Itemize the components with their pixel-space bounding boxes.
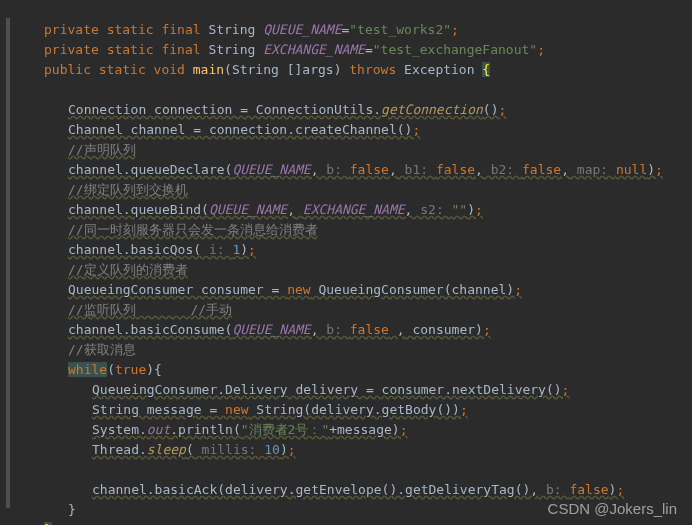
code-line: //定义队列的消费者 [20,260,692,280]
code-line: //获取消息 [20,340,692,360]
code-line: private static final String QUEUE_NAME="… [20,20,692,40]
code-line: System.out.println("消费者2号："+message); [20,420,692,440]
code-line: while(true){ [20,360,692,380]
code-line: //监听队列 //手动 [20,300,692,320]
code-line: channel.basicQos( i: 1); [20,240,692,260]
code-line: //同一时刻服务器只会发一条消息给消费者 [20,220,692,240]
code-line [20,460,692,480]
code-line [20,80,692,100]
code-line: Channel channel = connection.createChann… [20,120,692,140]
code-line: } [20,520,692,525]
code-line: String message = new String(delivery.get… [20,400,692,420]
code-editor[interactable]: private static final String QUEUE_NAME="… [0,0,692,525]
watermark-text: CSDN @Jokers_lin [548,500,677,517]
code-line: QueueingConsumer consumer = new Queueing… [20,280,692,300]
code-line: Thread.sleep( millis: 10); [20,440,692,460]
code-line: channel.basicAck(delivery.getEnvelope().… [20,480,692,500]
code-line: public static void main(String []args) t… [20,60,692,80]
code-line: //声明队列 [20,140,692,160]
code-line: private static final String EXCHANGE_NAM… [20,40,692,60]
code-line: channel.queueBind(QUEUE_NAME, EXCHANGE_N… [20,200,692,220]
code-line: //绑定队列到交换机 [20,180,692,200]
code-line: QueueingConsumer.Delivery delivery = con… [20,380,692,400]
code-line: channel.basicConsume(QUEUE_NAME, b: fals… [20,320,692,340]
code-line: Connection connection = ConnectionUtils.… [20,100,692,120]
code-line: channel.queueDeclare(QUEUE_NAME, b: fals… [20,160,692,180]
